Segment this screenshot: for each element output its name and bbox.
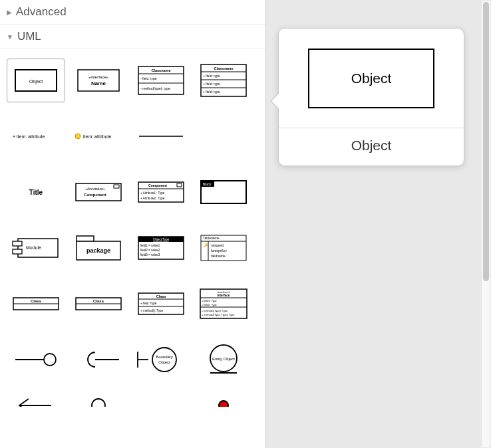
shape-package[interactable]: package	[69, 226, 128, 270]
svg-text:+ Attribute2 : Type: + Attribute2 : Type	[140, 197, 165, 200]
shape-empty[interactable]	[194, 114, 253, 158]
shape-circle-plain[interactable]	[69, 393, 128, 407]
svg-text:Title: Title	[29, 189, 43, 196]
preview-rendering: Object	[279, 29, 464, 128]
shape-attribute[interactable]: + item: attribute	[7, 114, 65, 158]
shape-lollipop[interactable]	[7, 338, 65, 382]
shape-object[interactable]: Object	[7, 58, 65, 102]
shape-divider[interactable]	[132, 114, 190, 158]
shape-socket[interactable]	[69, 338, 128, 382]
svg-text:+ field: type: + field: type	[203, 82, 220, 86]
svg-text:🔑: 🔑	[204, 243, 208, 248]
svg-text:- field: type: - field: type	[140, 76, 157, 80]
svg-text:Interface: Interface	[218, 294, 230, 297]
svg-text:Classname: Classname	[151, 68, 170, 72]
shape-annotation[interactable]: «Annotation» Component	[69, 170, 128, 214]
svg-rect-41	[77, 236, 94, 241]
shape-title[interactable]: Title	[7, 170, 65, 214]
chevron-right-icon: ▶	[7, 9, 12, 16]
svg-rect-25	[114, 185, 119, 188]
scrollbar-thumb[interactable]	[483, 2, 489, 281]
shape-class-tworow[interactable]: Class	[69, 282, 128, 326]
svg-text:Boundary: Boundary	[156, 355, 173, 359]
shape-object-type[interactable]: Object:Type field1 = value1 field2 = val…	[132, 226, 190, 270]
svg-rect-38	[13, 241, 22, 246]
shape-tablename[interactable]: Tablename 🔑 uniqueId foreignKey fieldnam…	[194, 226, 253, 270]
svg-text:package: package	[86, 247, 110, 254]
uml-shapes-grid: Object «interface» Name Classname - fiel…	[0, 49, 265, 427]
svg-text:foreignKey: foreignKey	[211, 249, 227, 253]
shape-class-simple[interactable]: Class	[7, 282, 65, 326]
svg-text:+ field: type: + field: type	[203, 74, 220, 78]
svg-text:Component: Component	[148, 183, 167, 187]
shape-class-2section[interactable]: Classname - field: type - method(type): …	[132, 58, 190, 102]
shape-red-dot[interactable]	[194, 393, 253, 407]
scrollbar-vertical[interactable]	[481, 1, 490, 447]
svg-text:Module: Module	[26, 245, 41, 250]
shape-module[interactable]: Module	[7, 226, 65, 270]
svg-text:field2 = value2: field2 = value2	[140, 249, 160, 252]
shape-class-fieldmethod[interactable]: Class + field: Type + method(): Type	[132, 282, 190, 326]
shape-interface-full[interactable]: «interface» Interface + field1: Type + f…	[194, 282, 253, 326]
svg-text:field1 = value1: field1 = value1	[140, 244, 160, 247]
svg-text:+ field2: Type: + field2: Type	[202, 304, 217, 306]
svg-rect-30	[177, 183, 182, 187]
svg-text:Object:Type: Object:Type	[153, 238, 170, 241]
category-uml[interactable]: ▼ UML	[0, 25, 265, 49]
svg-text:fieldname: fieldname	[211, 254, 226, 258]
svg-point-80	[44, 354, 56, 366]
shape-boundary[interactable]: Boundary Object	[132, 338, 190, 382]
svg-text:+ method(): Type: + method(): Type	[140, 309, 164, 312]
shape-component[interactable]: Component + Attribute1 : Type + Attribut…	[132, 170, 190, 214]
shape-block[interactable]: Block	[194, 170, 253, 214]
svg-text:+ method1(Type): Type: + method1(Type): Type	[202, 310, 228, 312]
svg-text:Classname: Classname	[214, 66, 233, 70]
svg-text:«Annotation»: «Annotation»	[85, 187, 105, 191]
svg-text:Object: Object	[29, 79, 43, 84]
category-label: Advanced	[16, 5, 67, 19]
svg-text:- method(type): type: - method(type): type	[140, 86, 170, 90]
category-label: UML	[17, 30, 41, 43]
svg-text:Entity Object: Entity Object	[212, 357, 235, 361]
svg-text:Name: Name	[91, 80, 106, 86]
svg-point-20	[75, 134, 81, 139]
svg-text:Object: Object	[158, 360, 170, 364]
preview-shape-text: Object	[351, 70, 392, 86]
svg-text:+ item: attribute: + item: attribute	[13, 134, 45, 139]
shape-class-3fields[interactable]: Classname + field: type + field: type + …	[194, 58, 253, 102]
svg-text:+ field: Type: + field: Type	[140, 302, 157, 305]
svg-text:field3 = value3: field3 = value3	[140, 253, 160, 257]
svg-point-84	[152, 348, 176, 372]
svg-text:Tablename: Tablename	[203, 236, 220, 240]
shapes-sidebar: ▶ Advanced ▼ UML Object «interface» Name	[0, 0, 266, 448]
svg-text:Block: Block	[203, 182, 212, 186]
category-advanced[interactable]: ▶ Advanced	[0, 0, 265, 25]
svg-text:item: attribute: item: attribute	[83, 134, 112, 139]
shape-entity[interactable]: Entity Object	[194, 338, 253, 382]
svg-text:«interface»: «interface»	[88, 75, 108, 79]
chevron-down-icon: ▼	[7, 33, 13, 41]
svg-rect-39	[13, 249, 22, 254]
svg-text:Class: Class	[31, 299, 42, 303]
shape-attribute-icon[interactable]: item: attribute	[69, 114, 128, 158]
svg-text:+ Attribute1 : Type: + Attribute1 : Type	[140, 191, 165, 195]
svg-text:+ field: type: + field: type	[203, 90, 220, 94]
shape-spacer[interactable]	[132, 393, 190, 407]
shape-interface[interactable]: «interface» Name	[69, 58, 128, 102]
svg-point-91	[92, 399, 105, 407]
preview-shape-name: Object	[279, 128, 464, 166]
svg-text:uniqueId: uniqueId	[211, 243, 224, 247]
shape-arrow-open[interactable]	[7, 393, 65, 407]
svg-text:Component: Component	[84, 193, 106, 197]
svg-text:Class: Class	[93, 299, 104, 303]
svg-text:Class: Class	[156, 294, 166, 298]
svg-point-92	[219, 401, 228, 407]
svg-text:+ field1: Type: + field1: Type	[202, 300, 217, 302]
canvas-area[interactable]: Object Object	[266, 0, 491, 448]
preview-shape-object: Object	[308, 49, 434, 108]
shape-preview-popover: Object Object	[278, 28, 464, 166]
svg-text:+ method2(Type, Type): Type: + method2(Type, Type): Type	[202, 314, 234, 316]
